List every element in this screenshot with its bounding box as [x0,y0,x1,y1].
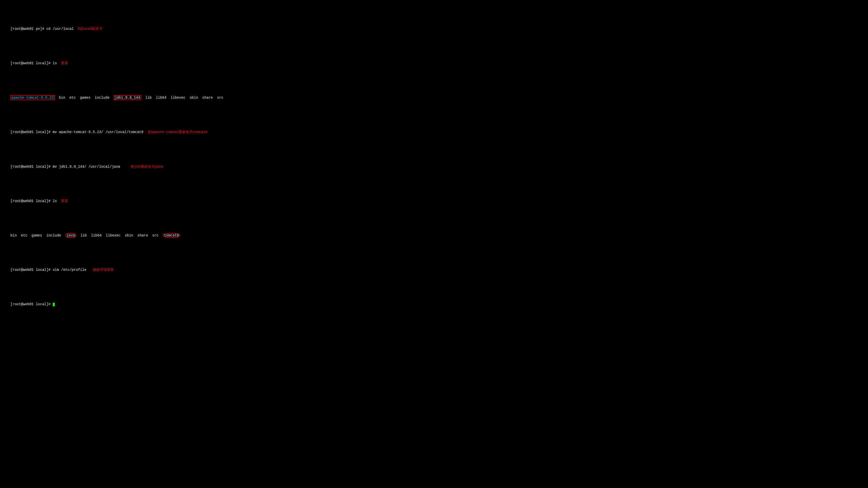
line-cd-command: [root@web01 pv]# cd /usr/local 到local目录下 [2,22,866,36]
prompt-6: [root@web01 local]# [10,268,53,272]
ls2-output-1: bin etc games include [10,233,65,237]
cmd-cd: cd /usr/local [46,27,73,31]
cmd-vim: vim /etc/profile [53,268,86,272]
line-ls2-output: bin etc games include java lib lib64 lib… [2,228,866,243]
tomcat8-circle: tomcat8 [163,233,180,238]
cmd-ls2: ls [53,199,57,203]
line-mv-tomcat-command: [root@web01 local]# mv apache-tomcat-8.5… [2,125,866,140]
terminal-window: [root@web01 pv]# cd /usr/local 到local目录下… [2,2,866,322]
annotation-vim: 修改环境变量 [86,268,114,272]
jdk-highlight: jdk1.8.0_144 [114,95,141,100]
ls-output-2: lib lib64 libexec sbin share src [141,96,223,100]
prompt-2: [root@web01 local]# [10,61,53,65]
ls2-output-2: lib lib64 libexec sbin share src [76,233,163,237]
cmd-mv-jdk: mv jdk1.8.0_144/ /usr/local/java [53,165,120,169]
apache-tomcat-highlight: apache-tomcat-8.5.23 [10,95,55,100]
annotation-ls2: 查看 [57,199,68,203]
cursor-block [53,303,55,306]
line-vim-command: [root@web01 local]# vim /etc/profile 修改环… [2,263,866,278]
line-ls1-output: apache-tomcat-8.5.23 bin etc games inclu… [2,91,866,105]
prompt-1: [root@web01 pv]# [10,27,46,31]
annotation-mv-jdk: 把jdk重命名为java [120,165,163,169]
java-circle: java [65,233,76,238]
line-cursor: [root@web01 local]# [2,297,866,312]
cmd-ls1: ls [53,61,57,65]
ls-output-1: bin etc games include [55,96,114,100]
annotation-mv-tomcat: 把apache-tomcat重命名为tomcat8 [144,130,208,134]
line-ls1-command: [root@web01 local]# ls 查看 [2,56,866,71]
prompt-3: [root@web01 local]# [10,130,53,134]
line-ls2-command: [root@web01 local]# ls 查看 [2,194,866,208]
prompt-7: [root@web01 local]# [10,302,53,306]
annotation-ls1: 查看 [57,61,68,65]
annotation-cd: 到local目录下 [74,27,103,31]
cmd-mv-tomcat: mv apache-tomcat-8.5.23/ /usr/local/tomc… [53,130,144,134]
prompt-5: [root@web01 local]# [10,199,53,203]
line-mv-jdk-command: [root@web01 local]# mv jdk1.8.0_144/ /us… [2,159,866,174]
prompt-4: [root@web01 local]# [10,165,53,169]
